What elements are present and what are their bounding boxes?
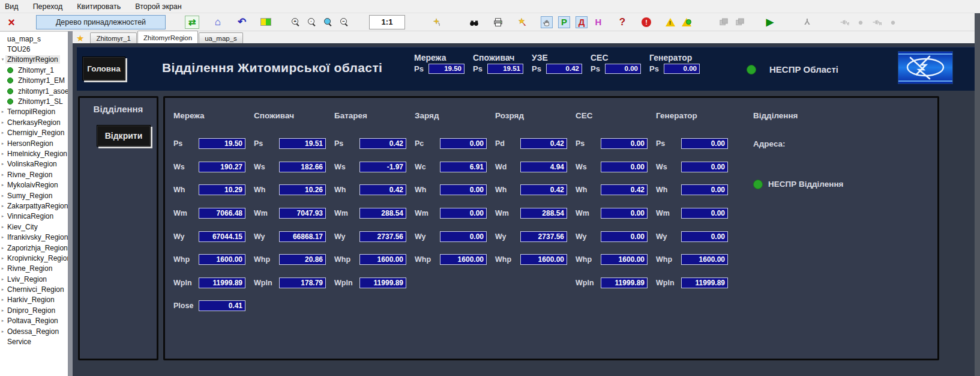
menu-item-navigate[interactable]: Переход <box>33 2 63 11</box>
tree-item-Chernivci_Region[interactable]: ▸Chernivci_Region <box>0 284 68 294</box>
warning-icon[interactable]: ! <box>665 16 676 28</box>
letter-r-icon[interactable]: Р <box>558 16 570 28</box>
stat-param: Ps <box>649 64 664 73</box>
tree-item-Chernigiv_Region[interactable]: ▸Chernigiv_Region <box>0 128 68 138</box>
tree-item-Zhitomyr1_EM[interactable]: Zhitomyr1_EM <box>0 76 68 86</box>
shortcut-cursor-icon[interactable] <box>517 16 528 28</box>
zoom-window-icon[interactable]: · <box>307 16 317 28</box>
tree-item-ua_map_s[interactable]: ua_map_s <box>0 34 68 44</box>
tree-item-Lviv_Region[interactable]: ▸Lviv_Region <box>0 274 68 284</box>
value-box: 10.29 <box>199 184 245 195</box>
tree-selector-dropdown[interactable]: Дерево принадлежностей <box>36 15 166 29</box>
home-button[interactable]: Головна <box>82 56 125 80</box>
tree-item-Sumy_Region[interactable]: ▸Sumy_Region <box>0 190 68 201</box>
tree-item-zhitomyr1_asoe[interactable]: zhitomyr1_asoe <box>0 86 68 96</box>
tree-expander-icon[interactable]: ▸ <box>0 287 5 292</box>
param-label: Wh <box>656 186 681 194</box>
tree-item-label: CherkasyRegion <box>5 118 62 127</box>
tree-expander-icon[interactable]: ▸ <box>0 151 5 156</box>
tree-expander-icon[interactable]: ▸ <box>0 256 5 261</box>
axis-icon[interactable]: Y <box>802 16 813 28</box>
tree-item-ZhitomyrRegion[interactable]: ▾ZhitomyrRegion <box>0 55 68 65</box>
tree-expander-icon[interactable]: ▸ <box>0 162 5 166</box>
menu-item-view[interactable]: Вид <box>5 2 19 11</box>
tree-item-Zhitomyr1_SL[interactable]: Zhitomyr1_SL <box>0 96 68 106</box>
tree-expander-icon[interactable]: ▸ <box>0 109 5 114</box>
tree-item-ZakarpattyaRegion[interactable]: ▸ZakarpattyaRegion <box>0 201 68 211</box>
run-icon[interactable]: ▶ <box>765 16 775 28</box>
undo-arrow-icon[interactable]: ↶ <box>236 16 247 28</box>
tree-expander-icon[interactable]: ▸ <box>0 172 5 177</box>
zoom-ratio-box[interactable]: 1:1 <box>369 15 405 29</box>
tree-expander-icon[interactable]: ▸ <box>0 308 5 313</box>
open-button[interactable]: Відкрити <box>97 125 151 147</box>
layers-color-icon[interactable] <box>260 16 271 28</box>
tree-expander-icon[interactable]: ▸ <box>0 130 5 135</box>
tree-item-HersonRegion[interactable]: ▸HersonRegion <box>0 138 68 148</box>
tree-expander-icon[interactable]: ▸ <box>0 141 5 146</box>
tree-expander-icon[interactable]: ▸ <box>0 235 5 240</box>
tree-expander-icon[interactable]: ▸ <box>0 214 5 219</box>
tree-item-TernopilRegion[interactable]: ▸TernopilRegion <box>0 107 68 117</box>
tree-expander-icon[interactable]: ▸ <box>0 246 5 250</box>
zoom-in-icon[interactable]: + <box>290 16 301 28</box>
letter-n-icon[interactable]: Н <box>593 16 604 28</box>
tree-item-Harkiv_Region[interactable]: ▸Harkiv_Region <box>0 295 68 305</box>
tree-expander-icon[interactable]: ▸ <box>0 297 5 302</box>
tree-expander-icon[interactable]: ▸ <box>0 277 5 282</box>
menu-item-acknowledge[interactable]: Квитировать <box>77 2 121 11</box>
tree-expander-icon[interactable]: ▸ <box>0 225 5 229</box>
zoom-selected-icon[interactable] <box>323 16 334 28</box>
tab-Zhitomyr_1[interactable]: Zhitomyr_1 <box>90 32 137 43</box>
warning-ack-icon[interactable] <box>681 16 692 28</box>
menu-item-second-screen[interactable]: Второй экран <box>135 2 181 11</box>
tree-item-VinnicaRegion[interactable]: ▸VinnicaRegion <box>0 211 68 222</box>
zoom-out-icon[interactable]: − <box>339 16 350 28</box>
tree-item-Rivne_Region[interactable]: ▸Rivne_Region <box>0 169 68 180</box>
tree-expander-icon[interactable]: ▸ <box>0 183 5 187</box>
tab-ZhitomyrRegion[interactable]: ZhitomyrRegion <box>137 31 198 43</box>
param-label: Wpln <box>173 279 199 287</box>
tab-ua_map_s[interactable]: ua_map_s <box>199 32 243 43</box>
tree-item-Ifrankivsky_Region[interactable]: ▸Ifrankivsky_Region <box>0 232 68 242</box>
refresh-tree-icon[interactable]: ⇄ <box>185 16 199 29</box>
grid-row-Wy: Wy66868.17 <box>254 225 334 248</box>
tree-expander-icon[interactable]: ▸ <box>0 329 5 334</box>
home-icon[interactable]: ⌂ <box>212 16 223 28</box>
tree-item-label: VolinskaRegion <box>5 160 59 168</box>
tree-expander-icon[interactable]: ▸ <box>0 120 5 125</box>
tree-item-Poltava_Region[interactable]: ▸Poltava_Region <box>0 316 68 326</box>
tree-expander-icon[interactable]: ▸ <box>0 266 5 271</box>
alarm-icon[interactable]: ! <box>641 16 652 28</box>
grid-row-Whp: Whp1600.00 <box>415 248 495 271</box>
tree-item-Kropivnicky_Region[interactable]: ▸Kropivnicky_Region <box>0 253 68 263</box>
print-icon[interactable] <box>493 16 504 28</box>
tree-item-Odessa_Region[interactable]: ▸Odessa_Region <box>0 326 68 336</box>
tree-item-Zaporizhja_Region[interactable]: ▸Zaporizhja_Region <box>0 243 68 253</box>
tree-item-Kiev_City[interactable]: ▸Kiev_City <box>0 222 68 232</box>
tree-item-label: Harkiv_Region <box>5 296 56 304</box>
tree-item-Zhitomyr_1[interactable]: Zhitomyr_1 <box>0 65 68 75</box>
magic-wand-icon[interactable] <box>431 16 442 28</box>
tree-item-TOU26[interactable]: TOU26 <box>0 44 68 54</box>
tree-expander-icon[interactable]: ▸ <box>0 193 5 198</box>
tree-item-label: Kropivnicky_Region <box>5 254 68 262</box>
tree-expander-icon[interactable]: ▸ <box>0 318 5 323</box>
param-label: Ps <box>334 139 359 148</box>
close-icon[interactable]: × <box>6 16 17 28</box>
tree-item-CherkasyRegion[interactable]: ▸CherkasyRegion <box>0 117 68 127</box>
tree-item-Hmelnicky_Region[interactable]: ▸Hmelnicky_Region <box>0 148 68 159</box>
tree-item-MykolaivRegion[interactable]: ▸MykolaivRegion <box>0 180 68 190</box>
tree-expander-icon[interactable]: ▸ <box>0 204 5 208</box>
letter-d-icon[interactable]: Д <box>576 16 588 28</box>
tree-item-Service[interactable]: Service <box>0 336 68 347</box>
search-binoculars-icon[interactable] <box>469 16 479 28</box>
tree-item-VolinskaRegion[interactable]: ▸VolinskaRegion <box>0 159 68 169</box>
tree-item-Rivne_Region[interactable]: ▸Rivne_Region <box>0 264 68 274</box>
tree-item-Dnipro_Region[interactable]: ▸Dnipro_Region <box>0 305 68 315</box>
help-icon[interactable]: ? <box>617 16 628 28</box>
pan-hand-icon[interactable] <box>541 16 553 28</box>
tree-scrollbar[interactable] <box>68 31 73 376</box>
tree-expander-icon[interactable]: ▾ <box>0 57 5 62</box>
favorites-star-icon[interactable]: ★ <box>76 34 84 43</box>
